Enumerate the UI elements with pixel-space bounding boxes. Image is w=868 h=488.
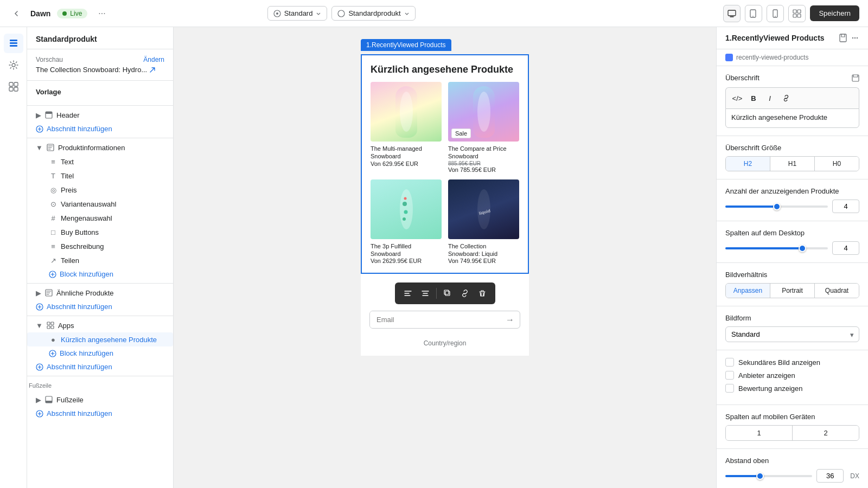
size-h2-btn[interactable]: H2 xyxy=(726,157,770,171)
email-submit-button[interactable]: → xyxy=(500,315,520,325)
svg-rect-16 xyxy=(9,82,13,86)
rte-source-btn[interactable]: </> xyxy=(730,91,744,105)
checkbox-anbieter-label: Anbieter anzeigen xyxy=(738,371,795,380)
ueberschrift-content[interactable]: Kürzlich angesehene Produkte xyxy=(725,108,859,128)
checkbox-sekundaeres-bild-box[interactable] xyxy=(725,358,734,367)
main-layout: Standardprodukt Vorschau Ändern The Coll… xyxy=(0,0,868,488)
tree-fusszeile-section[interactable]: Fußzeile xyxy=(27,378,173,393)
rte-link-btn[interactable] xyxy=(779,91,793,105)
tree-beschreibung[interactable]: ≡ Beschreibung xyxy=(27,239,173,253)
tree-fusszeile[interactable]: ▶ Fußzeile xyxy=(27,393,173,407)
topbar: Dawn Live ··· Standard Standardprodukt S xyxy=(0,0,868,27)
svg-rect-3 xyxy=(728,10,736,16)
bildverhaeltnis-btn-group: Anpassen Portrait Quadrat xyxy=(725,283,859,298)
svg-point-40 xyxy=(404,210,407,214)
tree-header[interactable]: ▶ Header xyxy=(27,108,173,122)
teilen-icon: ↗ xyxy=(49,256,58,265)
checkbox-bewertung-box[interactable] xyxy=(725,384,734,393)
abstand-oben-section: Abstand oben DX xyxy=(717,449,868,488)
abstand-number-input[interactable] xyxy=(816,469,844,483)
nav-settings-icon[interactable] xyxy=(4,55,23,75)
grid-view-button[interactable] xyxy=(788,5,806,22)
size-h0-btn[interactable]: H0 xyxy=(815,157,859,171)
tree-apps[interactable]: ▼ Apps xyxy=(27,318,173,332)
svg-rect-29 xyxy=(47,326,50,329)
product-select[interactable]: Standardprodukt xyxy=(331,6,415,21)
save-to-panel-icon[interactable] xyxy=(839,34,847,42)
block-hinzufuegen-produktinfo[interactable]: Block hinzufügen xyxy=(27,267,173,281)
svg-rect-45 xyxy=(445,291,450,296)
size-h1-btn[interactable]: H1 xyxy=(770,157,815,171)
mobile-col-1[interactable]: 1 xyxy=(726,426,793,440)
tree-variantenauswahl[interactable]: ⊙ Variantenauswahl xyxy=(27,197,173,211)
toolbar-align-center[interactable] xyxy=(418,286,433,301)
add-section-after-apps[interactable]: Abschnitt hinzufügen xyxy=(27,360,173,374)
anzahl-slider-track[interactable] xyxy=(725,206,828,208)
add-section-after-header[interactable]: Abschnitt hinzufügen xyxy=(27,122,173,136)
tree-buy-buttons[interactable]: □ Buy Buttons xyxy=(27,225,173,239)
tree-aehnliche-produkte[interactable]: ▶ Ähnliche Produkte xyxy=(27,286,173,300)
save-button[interactable]: Speichern xyxy=(810,5,859,21)
topbar-right: Speichern xyxy=(723,5,859,22)
toolbar-duplicate[interactable] xyxy=(440,286,455,301)
left-panel-header: Standardprodukt xyxy=(27,27,173,49)
spalten-number-input[interactable] xyxy=(832,241,859,255)
ueberschrift-save-icon[interactable] xyxy=(852,74,859,82)
more-options-button[interactable]: ··· xyxy=(94,7,110,21)
mobile-cols: 1 2 xyxy=(725,425,859,441)
abstand-slider-thumb[interactable] xyxy=(756,472,764,480)
block-hinzufuegen-apps[interactable]: Block hinzufügen xyxy=(27,346,173,360)
bildform-select[interactable]: Standard Rund xyxy=(725,326,859,342)
product-card-4[interactable]: liquid The Collection Snowboard: Liquid … xyxy=(448,179,519,265)
mobile-col-2[interactable]: 2 xyxy=(793,426,859,440)
preview-change-button[interactable]: Ändern xyxy=(143,56,164,63)
toolbar-align-left[interactable] xyxy=(400,286,416,301)
tree-titel[interactable]: T Titel xyxy=(27,169,173,183)
tree-produktinformationen[interactable]: ▼ Produktinformationen xyxy=(27,140,173,155)
standard-select[interactable]: Standard xyxy=(267,6,328,21)
tree-kuerzelich-produkte[interactable]: ● Kürzlich angesehene Produkte xyxy=(27,332,173,346)
tree-mengenauswahl[interactable]: # Mengenauswahl xyxy=(27,211,173,225)
nav-apps-icon[interactable] xyxy=(4,77,23,97)
bv-portrait-btn[interactable]: Portrait xyxy=(770,284,815,298)
spalten-slider-thumb[interactable] xyxy=(799,245,806,252)
live-badge: Live xyxy=(57,9,87,18)
section-content-wrapper[interactable]: Kürzlich angesehene Produkte xyxy=(361,54,529,274)
rte-italic-btn[interactable]: I xyxy=(763,91,777,105)
checkbox-anbieter-box[interactable] xyxy=(725,371,734,380)
abstand-slider-track[interactable] xyxy=(725,475,812,477)
tablet-view-button[interactable] xyxy=(745,5,762,22)
rte-bold-btn[interactable]: B xyxy=(746,91,761,105)
section-label: 1.RecentlyViewed Products xyxy=(361,39,451,51)
checkbox-bewertung-label: Bewertung anzeigen xyxy=(738,384,803,393)
bv-quadrat-btn[interactable]: Quadrat xyxy=(815,284,859,298)
spalten-slider-track[interactable] xyxy=(725,247,828,249)
add-section-after-aehnlich[interactable]: Abschnitt hinzufügen xyxy=(27,300,173,313)
bildverhaeltnis-section: Bildverhältnis Anpassen Portrait Quadrat xyxy=(717,263,868,306)
anzahl-number-input[interactable] xyxy=(832,200,859,213)
add-section-fusszeile[interactable]: Abschnitt hinzufügen xyxy=(27,407,173,420)
tree-teilen[interactable]: ↗ Teilen xyxy=(27,253,173,267)
bv-anpassen-btn[interactable]: Anpassen xyxy=(726,284,770,298)
chevron-right-icon: ▶ xyxy=(36,111,41,119)
product-card-1[interactable]: The Multi-managed Snowboard Von 629.95€ … xyxy=(371,82,442,173)
tree-text[interactable]: ≡ Text xyxy=(27,155,173,169)
product-card-2[interactable]: Sale The Compare at Price Snowboard 885.… xyxy=(448,82,519,173)
desktop-view-button[interactable] xyxy=(723,5,741,22)
product-price-2: Von 785.95€ EUR xyxy=(448,166,519,173)
back-button[interactable] xyxy=(9,6,24,21)
svg-rect-46 xyxy=(444,290,449,294)
nav-sections-icon[interactable] xyxy=(4,34,23,53)
svg-rect-34 xyxy=(46,401,52,403)
anzahl-slider-thumb[interactable] xyxy=(773,203,781,210)
mobile-view-button[interactable] xyxy=(767,5,784,22)
toolbar-link[interactable] xyxy=(457,286,473,301)
email-input[interactable] xyxy=(370,311,500,328)
template-label: Vorlage xyxy=(27,85,173,99)
bildform-select-wrap: Standard Rund xyxy=(725,326,859,342)
product-card-3[interactable]: The 3p Fulfilled Snowboard Von 2629.95€ … xyxy=(371,179,442,265)
tree-preis[interactable]: ◎ Preis xyxy=(27,183,173,197)
subtitle-text: recently-viewed-products xyxy=(736,54,808,61)
toolbar-delete[interactable] xyxy=(475,286,490,301)
panel-more-icon[interactable] xyxy=(851,34,859,42)
